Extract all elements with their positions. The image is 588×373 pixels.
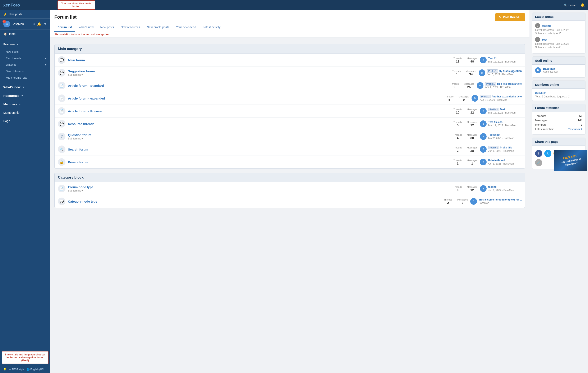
notification-badge: 72 — [2, 20, 6, 23]
latest-title[interactable]: Test fileless — [488, 121, 516, 124]
latest-date: Jun 9, 2022 · BassMan — [488, 189, 514, 192]
tab-forum-list[interactable]: Forum list — [54, 23, 75, 31]
forum-stats: Threads 9 Messages 12 — [453, 186, 478, 192]
latest-title[interactable]: Test #1 — [488, 57, 516, 60]
forum-name[interactable]: Private forum — [68, 160, 451, 164]
stats-messages-row: Messages: 244 — [535, 119, 582, 122]
stats-messages-key: Messages: — [535, 119, 548, 122]
forum-name[interactable]: Suggestion forum — [68, 69, 450, 73]
search-button[interactable]: 🔍 Search — [564, 4, 577, 7]
forum-latest: B Prefix 1Prefix title Jun 6, 2021 · Bas… — [480, 146, 522, 153]
forum-sub[interactable]: Sub-forums ▾ — [68, 189, 451, 192]
table-row: 🔒 Private forum Threads 1 Message — [55, 156, 525, 168]
latest-title[interactable]: This is some random long text for ... — [479, 198, 522, 201]
latest-avatar: B — [480, 133, 487, 140]
forum-sub[interactable]: Sub-forums ▾ — [68, 73, 450, 76]
tab-new-posts[interactable]: New posts — [97, 23, 117, 31]
language-chooser[interactable]: 🌐 English (US) — [27, 368, 44, 371]
share-facebook-button[interactable]: f — [535, 150, 542, 157]
tab-new-profile-posts[interactable]: New profile posts — [143, 23, 172, 31]
forum-sub[interactable]: Sub-forums ▾ — [68, 137, 451, 140]
forum-info: Article forum - Standard — [68, 84, 448, 87]
tab-whats-new[interactable]: What's new — [75, 23, 97, 31]
panel-stats-body: Threads: 58 Messages: 244 Members: 3 Lat… — [532, 112, 585, 135]
messages-icon[interactable]: ✉ — [32, 22, 35, 26]
sidebar-item-forums[interactable]: Forums ▲ — [0, 40, 50, 49]
alerts-icon[interactable]: 🔔 — [37, 22, 42, 26]
sidebar-new-posts-button[interactable]: ⚡ New posts — [0, 10, 50, 19]
user-menu-icon[interactable]: ▼ — [43, 22, 47, 26]
latest-title[interactable]: Teeeeeest — [488, 133, 514, 136]
forum-stats: Threads 2 Messages 25 — [450, 83, 474, 89]
latest-title[interactable]: Prefix 1My first suggestion — [487, 70, 522, 73]
latest-date: Aug 11, 2020 · BassMan — [480, 98, 522, 101]
stats-latest-member-val[interactable]: Test user 2 — [568, 127, 582, 131]
share-twitter-button[interactable]: 𝕥 — [544, 150, 551, 157]
staff-name[interactable]: BassMan — [543, 67, 558, 70]
forum-icon-search: 🔍 — [58, 145, 65, 153]
sidebar-item-find-threads[interactable]: Find threads ▼ — [0, 55, 50, 62]
prefix-badge: Prefix 1 — [488, 108, 499, 111]
forum-icon-speech: 💬 — [58, 197, 65, 205]
forum-icon-doc: 📄 — [58, 107, 65, 115]
post-meta: Latest: BassMan · Jun 9, 2022 — [535, 29, 582, 31]
forum-name[interactable]: Article forum - Preview — [68, 109, 451, 113]
list-item: ? testing Latest: BassMan · Jun 9, 2022 … — [535, 23, 582, 35]
sidebar-item-search-forums[interactable]: Search forums — [0, 68, 50, 74]
member-name[interactable]: BassMan — [535, 91, 582, 94]
watermark-text: ENXF.NET XENFORO PREMIUM COMMUNITY — [559, 153, 582, 168]
latest-title[interactable]: Private thread — [488, 159, 514, 162]
tab-latest-activity[interactable]: Latest activity — [200, 23, 224, 31]
forum-icon-doc: 📄 — [58, 185, 65, 192]
sidebar-item-membership[interactable]: Membership — [0, 109, 50, 117]
style-chooser[interactable]: ✏ TEST style — [9, 368, 24, 371]
prefix-badge: Prefix 1 — [485, 82, 496, 85]
forum-info: Forum node type Sub-forums ▾ — [68, 185, 451, 192]
sidebar-item-mark-forums-read[interactable]: Mark forums read — [0, 74, 50, 81]
sidebar-item-home[interactable]: 🏠 Home — [0, 30, 50, 38]
forum-latest: B testing Jun 9, 2022 · BassMan — [480, 185, 522, 192]
forum-name[interactable]: Question forum — [68, 133, 451, 137]
notifications-icon[interactable]: 🔔 — [580, 3, 585, 7]
forum-icon-speech: 💬 — [58, 56, 65, 64]
avatar: ? — [535, 37, 540, 42]
post-title[interactable]: Test — [542, 38, 547, 41]
forum-name[interactable]: Resource threads — [68, 122, 451, 126]
sidebar-item-members[interactable]: Members ▼ — [0, 100, 50, 109]
forum-info: Article forum - Preview — [68, 109, 451, 113]
latest-avatar: B — [480, 120, 487, 127]
latest-title[interactable]: Prefix 1Prefix title — [488, 146, 514, 149]
stats-threads-row: Threads: 58 — [535, 114, 582, 117]
tab-your-news-feed[interactable]: Your news feed — [173, 23, 200, 31]
sidebar-item-resources[interactable]: Resources ▼ — [0, 91, 50, 100]
forum-name[interactable]: Category node type — [68, 200, 441, 203]
forum-name[interactable]: Search forum — [68, 148, 451, 151]
latest-title[interactable]: Prefix 1Test — [488, 108, 516, 111]
username-label[interactable]: BassMan — [12, 22, 31, 26]
post-title[interactable]: testing — [542, 24, 551, 27]
stats-members-row: Members: 3 — [535, 123, 582, 126]
forum-name[interactable]: Article forum - expanded — [68, 97, 443, 100]
sidebar-item-whats-new[interactable]: What's new ▼ — [0, 83, 50, 91]
latest-title[interactable]: Prefix 1Another expanded article — [480, 95, 522, 98]
logo[interactable]: xenForo — [3, 3, 20, 8]
find-threads-chevron-icon: ▼ — [44, 57, 47, 60]
forum-name[interactable]: Forum node type — [68, 185, 451, 189]
sidebar-item-new-posts[interactable]: New posts — [0, 49, 50, 55]
latest-avatar: B — [480, 146, 487, 153]
forum-name[interactable]: Article forum - Standard — [68, 84, 448, 87]
category-block-header: Category block — [54, 173, 525, 182]
post-thread-button[interactable]: ✎ Post thread... — [495, 13, 525, 21]
share-link-button[interactable]: 🔗 — [535, 159, 542, 166]
forum-latest: B Prefix 1Test Mar 16, 2022 · BassMan — [480, 108, 522, 114]
content-header: Forum list ✎ Post thread... Forum list W… — [50, 10, 529, 37]
tab-new-resources[interactable]: New resources — [117, 23, 143, 31]
forum-latest: B Prefix 1Another expanded article Aug 1… — [472, 95, 522, 102]
forum-name[interactable]: Main forum — [68, 58, 451, 62]
latest-title[interactable]: testing — [488, 186, 514, 188]
latest-title[interactable]: Prefix 1This is a great article — [485, 82, 522, 85]
list-item: ? Test Latest: BassMan · Jun 9, 2022 Sub… — [535, 37, 582, 49]
sidebar-item-watched[interactable]: Watched ▼ — [0, 62, 50, 68]
stats-threads-key: Threads: — [535, 114, 546, 117]
sidebar-item-page[interactable]: Page — [0, 117, 50, 125]
